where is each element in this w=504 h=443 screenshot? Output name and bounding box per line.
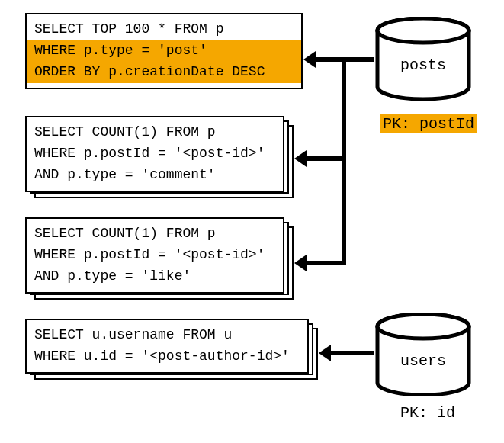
query-line-highlight: WHERE p.type = 'post' bbox=[27, 40, 301, 62]
database-label: posts bbox=[374, 56, 473, 74]
query-box-1: SELECT TOP 100 * FROM p WHERE p.type = '… bbox=[25, 13, 303, 89]
connector-line bbox=[342, 57, 374, 62]
query-stack-2: SELECT COUNT(1) FROM p WHERE p.postId = … bbox=[25, 116, 284, 189]
query-line: AND p.type = 'like' bbox=[34, 266, 275, 287]
query-line: WHERE p.postId = '<post-id>' bbox=[34, 245, 275, 266]
partition-key-posts: PK: postId bbox=[380, 114, 477, 133]
query-line: AND p.type = 'comment' bbox=[34, 165, 275, 186]
query-line: SELECT COUNT(1) FROM p bbox=[34, 223, 275, 245]
database-posts: posts bbox=[374, 17, 473, 101]
arrow-icon bbox=[305, 261, 346, 265]
svg-point-3 bbox=[377, 314, 469, 339]
query-line: SELECT u.username FROM u bbox=[34, 325, 300, 346]
partition-key-users: PK: id bbox=[400, 404, 455, 422]
database-label: users bbox=[374, 352, 473, 370]
query-line: SELECT COUNT(1) FROM p bbox=[34, 122, 275, 143]
query-line: WHERE p.postId = '<post-id>' bbox=[34, 143, 275, 165]
query-stack-3: SELECT COUNT(1) FROM p WHERE p.postId = … bbox=[25, 217, 284, 291]
query-line: WHERE u.id = '<post-author-id>' bbox=[34, 346, 300, 368]
query-line: SELECT TOP 100 * FROM p bbox=[34, 19, 294, 40]
arrow-icon bbox=[314, 57, 346, 62]
svg-point-1 bbox=[377, 18, 469, 43]
arrow-icon bbox=[329, 351, 374, 355]
connector-line bbox=[342, 57, 346, 265]
query-stack-4: SELECT u.username FROM u WHERE u.id = '<… bbox=[25, 319, 309, 371]
database-users: users bbox=[374, 313, 473, 396]
arrow-icon bbox=[305, 156, 346, 161]
query-line-highlight: ORDER BY p.creationDate DESC bbox=[27, 62, 301, 83]
